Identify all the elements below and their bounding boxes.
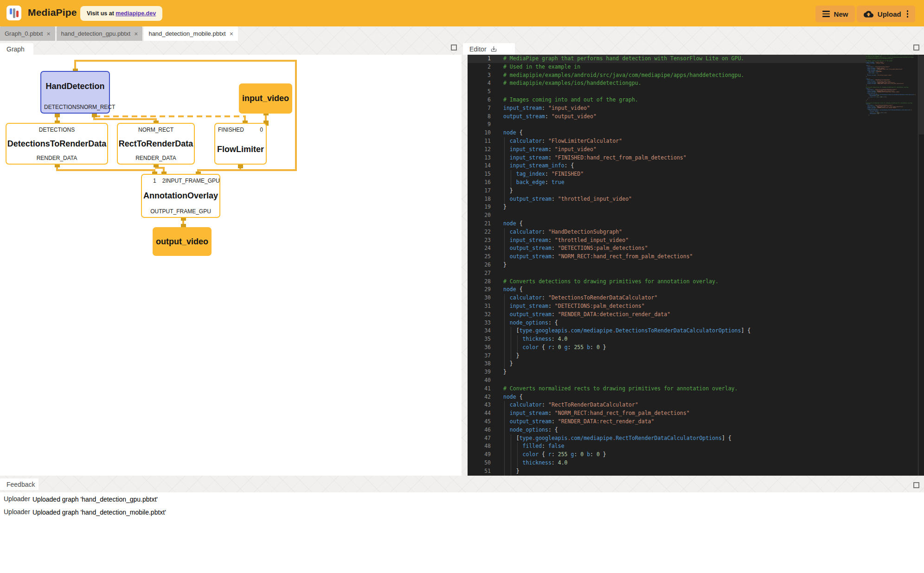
graph-node-RectToRenderData[interactable]: NORM_RECTRectToRenderDataRENDER_DATA: [117, 123, 195, 165]
close-tab-icon[interactable]: ×: [134, 31, 138, 37]
mediapipe-dev-link[interactable]: mediapipe.dev: [116, 10, 156, 17]
file-tab-label: hand_detection_mobile.pbtxt: [148, 30, 225, 37]
more-options-kebab-icon[interactable]: [907, 10, 909, 18]
code-line: 32 output_stream: "RENDER_DATA:detection…: [468, 311, 866, 319]
download-icon[interactable]: [490, 45, 497, 52]
code-line: 21node {: [468, 220, 866, 228]
graph-expand-icon[interactable]: [451, 45, 457, 51]
tab-feedback[interactable]: Feedback: [0, 478, 38, 490]
graph-edge: [197, 169, 241, 171]
tab-editor[interactable]: Editor: [463, 43, 515, 55]
graph-node-output_video[interactable]: output_video: [153, 227, 212, 256]
code-line: 33 node_options: {: [468, 319, 866, 327]
graph-node-input_video[interactable]: input_video: [239, 83, 292, 114]
menu-lines-icon: [822, 11, 830, 17]
close-tab-icon[interactable]: ×: [230, 31, 233, 37]
line-number: 19: [468, 203, 491, 211]
line-number: 46: [468, 426, 491, 434]
code-line: 47 [type.googleapis.com/mediapipe.RectTo…: [468, 434, 866, 443]
code-line: 36 color { r: 0 g: 255 b: 0 }: [468, 344, 866, 352]
upload-button[interactable]: Upload: [857, 6, 915, 22]
file-tab-strip: Graph_0.pbtxt×hand_detection_gpu.pbtxt×h…: [0, 26, 238, 41]
graph-node-HandDetection[interactable]: HandDetectionDETECTIONSNORM_RECT: [40, 71, 110, 114]
graph-node-AnnotationOverlay[interactable]: 12INPUT_FRAME_GPUAnnotationOverlayOUTPUT…: [141, 174, 220, 218]
line-number: 5: [468, 88, 491, 96]
node-title: DetectionsToRenderData: [6, 135, 107, 152]
code-line: 24 output_stream: "DETECTIONS:palm_detec…: [468, 244, 866, 253]
code-line: 19}: [468, 203, 866, 211]
line-number: 34: [468, 327, 491, 335]
line-number: 41: [468, 385, 491, 393]
code-line: 51 }: [468, 467, 866, 476]
line-number: 23: [468, 236, 491, 245]
line-number: 42: [468, 393, 491, 401]
line-number: 40: [468, 376, 491, 385]
editor-minimap[interactable]: # MediaPipe graph that performs hand det…: [866, 55, 918, 476]
code-line: 20: [468, 211, 866, 220]
code-line: 8output_stream: "output_video": [468, 113, 866, 121]
graph-node-DetectionsToRenderData[interactable]: DETECTIONSDetectionsToRenderDataRENDER_D…: [6, 123, 108, 165]
node-title: input_video: [239, 83, 292, 114]
code-line: 3# mediapipie/examples/android/src/java/…: [468, 71, 866, 80]
graph-edge: [295, 60, 297, 171]
line-number: 3: [468, 71, 491, 80]
code-line: 2# Used in the example in: [468, 63, 866, 71]
code-line: 39}: [468, 368, 866, 376]
graph-edge: [93, 118, 157, 120]
tab-graph[interactable]: Graph: [0, 43, 33, 55]
editor-expand-icon[interactable]: [913, 45, 919, 51]
feedback-row: UploaderUploaded graph 'hand_detection_g…: [0, 495, 924, 506]
code-line: 37 }: [468, 352, 866, 360]
feedback-message: Uploaded graph 'hand_detection_mobile.pb…: [32, 509, 166, 516]
upload-button-label: Upload: [878, 10, 901, 18]
line-number: 51: [468, 467, 491, 476]
file-tab-Graph_0.pbtxt[interactable]: Graph_0.pbtxt×: [0, 26, 55, 41]
feedback-expand-icon[interactable]: [913, 482, 919, 488]
editor-scrollbar[interactable]: [919, 56, 924, 134]
file-tab-label: Graph_0.pbtxt: [5, 30, 43, 37]
line-number: 14: [468, 162, 491, 170]
node-title: FlowLimiter: [215, 135, 266, 164]
line-number: 21: [468, 220, 491, 228]
graph-canvas[interactable]: HandDetectionDETECTIONSNORM_RECTinput_vi…: [0, 55, 462, 476]
port-label: INPUT_FRAME_GPU: [165, 178, 219, 184]
line-number: 1: [468, 55, 491, 63]
feedback-row: UploaderUploaded graph 'hand_detection_m…: [0, 508, 924, 519]
code-line: 44 input_stream: "NORM_RECT:hand_rect_fr…: [468, 409, 866, 418]
new-button[interactable]: New: [815, 6, 855, 22]
file-tab-hand_detection_gpu.pbtxt[interactable]: hand_detection_gpu.pbtxt×: [57, 26, 143, 41]
code-line: 27: [468, 269, 866, 278]
line-number: 27: [468, 269, 491, 278]
line-number: 50: [468, 459, 491, 467]
file-tab-hand_detection_mobile.pbtxt[interactable]: hand_detection_mobile.pbtxt×: [144, 26, 237, 41]
top-bar: MediaPipe Visit us at mediapipe.dev New …: [0, 0, 924, 26]
file-tab-label: hand_detection_gpu.pbtxt: [61, 30, 131, 37]
visit-text: Visit us at: [87, 10, 116, 17]
mediapipe-logo-icon: [6, 6, 21, 20]
line-number: 38: [468, 360, 491, 368]
line-number: 36: [468, 344, 491, 352]
line-number: 24: [468, 244, 491, 253]
code-line: 5: [468, 88, 866, 96]
editor-tab-label: Editor: [469, 45, 487, 53]
port-label: NORM_RECT: [138, 127, 173, 133]
node-bottom-port-labels: OUTPUT_FRAME_GPU: [142, 205, 219, 217]
code-line: 43 calculator: "RectToRenderDataCalculat…: [468, 401, 866, 409]
graph-node-FlowLimiter[interactable]: FINISHED0FlowLimiter: [214, 123, 267, 165]
graph-edge: [56, 169, 155, 171]
code-line: 16 back_edge: true: [468, 178, 866, 187]
node-bottom-port-labels: RENDER_DATA: [6, 152, 107, 164]
code-line: 1# MediaPipe graph that performs hand de…: [468, 55, 866, 63]
code-line: 11 calculator: "FlowLimiterCalculator": [468, 137, 866, 146]
code-editor[interactable]: 1# MediaPipe graph that performs hand de…: [468, 55, 924, 476]
code-line: 9: [468, 121, 866, 129]
node-title: AnnotationOverlay: [142, 186, 219, 205]
line-number: 4: [468, 79, 491, 88]
node-bottom-port-labels: DETECTIONSNORM_RECT: [41, 101, 109, 113]
node-top-port-labels: 12INPUT_FRAME_GPU: [142, 175, 219, 186]
close-tab-icon[interactable]: ×: [46, 31, 50, 37]
node-top-port-labels: NORM_RECT: [118, 124, 194, 135]
line-number: 28: [468, 278, 491, 286]
code-line: 40: [468, 376, 866, 385]
code-line: 48 filled: false: [468, 442, 866, 451]
